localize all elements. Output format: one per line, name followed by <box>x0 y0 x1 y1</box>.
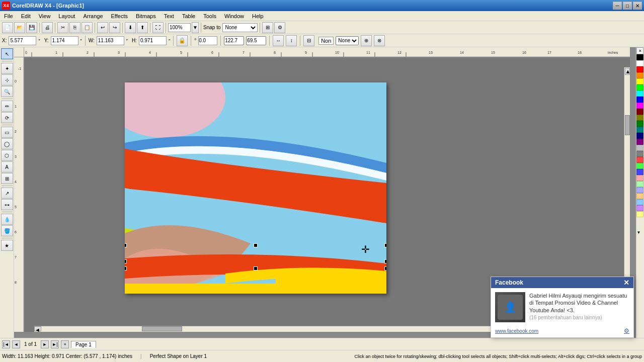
add-page-btn[interactable]: + <box>61 340 69 348</box>
h-input[interactable]: 0.971 <box>139 36 167 45</box>
color-maroon[interactable] <box>636 109 643 115</box>
color-white[interactable] <box>636 60 643 66</box>
zoom-tool[interactable]: 🔍 <box>1 86 13 97</box>
flip-h-btn[interactable]: ↔ <box>273 35 284 46</box>
color-light-blue[interactable] <box>636 169 643 175</box>
zoom-input[interactable]: 100% <box>168 23 191 32</box>
menu-view[interactable]: View <box>35 12 55 20</box>
close-button[interactable]: ✕ <box>633 2 642 10</box>
fb-settings-icon[interactable]: ⚙ <box>624 327 629 334</box>
tb2-btn2[interactable]: ⊗ <box>374 35 385 46</box>
copy-button[interactable]: ⎘ <box>69 22 80 33</box>
x-input[interactable]: 5.577 <box>9 36 36 45</box>
select-tool[interactable]: ↖ <box>1 48 13 59</box>
text-tool[interactable]: A <box>1 161 13 172</box>
new-button[interactable]: 📄 <box>2 22 13 33</box>
w2-input[interactable]: 122.7 <box>224 36 244 45</box>
fb-link[interactable]: www.facebook.com ⚙ <box>491 326 633 337</box>
first-page-btn[interactable]: |◄ <box>2 340 10 348</box>
export-button[interactable]: ⬆ <box>137 22 148 33</box>
import-button[interactable]: ⬇ <box>125 22 136 33</box>
measure-tool[interactable]: ⊶ <box>1 199 13 210</box>
none-select[interactable]: None <box>336 36 359 45</box>
color-blue[interactable] <box>636 97 643 103</box>
undo-button[interactable]: ↩ <box>97 22 108 33</box>
table-tool[interactable]: ⊞ <box>1 173 13 184</box>
smart-draw-tool[interactable]: ⟳ <box>1 112 13 123</box>
paste-button[interactable]: 📋 <box>82 22 93 33</box>
color-peach[interactable] <box>636 193 643 199</box>
connector-tool[interactable]: ↗ <box>1 188 13 199</box>
y-input[interactable]: 1.174 <box>51 36 78 45</box>
hscroll-left[interactable]: ◄ <box>34 326 41 331</box>
menu-bitmaps[interactable]: Bitmaps <box>132 12 160 20</box>
color-black[interactable] <box>636 54 643 60</box>
menu-help[interactable]: Help <box>248 12 268 20</box>
menu-file[interactable]: File <box>0 12 17 20</box>
view-options-btn[interactable]: ⊞ <box>262 22 273 33</box>
color-purple[interactable] <box>636 139 643 145</box>
palette-more[interactable]: ▼ <box>636 217 644 247</box>
color-yellow[interactable] <box>636 78 643 84</box>
color-cyan[interactable] <box>636 90 643 97</box>
open-button[interactable]: 📂 <box>14 22 25 33</box>
color-red[interactable] <box>636 66 643 72</box>
print-button[interactable]: 🖨 <box>42 22 53 33</box>
rectangle-tool[interactable]: ▭ <box>1 127 13 138</box>
shape-tool[interactable]: ✦ <box>1 63 13 74</box>
color-mint[interactable] <box>636 181 643 187</box>
color-light-green[interactable] <box>636 163 643 169</box>
fill-tool[interactable]: 🪣 <box>1 225 13 236</box>
color-light-yellow[interactable] <box>636 211 643 217</box>
ellipse-tool[interactable]: ◯ <box>1 138 13 149</box>
snap-select[interactable]: None Grid Guidelines Objects <box>222 23 258 32</box>
save-button[interactable]: 💾 <box>26 22 37 33</box>
color-light-red[interactable] <box>636 157 643 163</box>
polygon-tool[interactable]: ⬡ <box>1 150 13 161</box>
color-teal[interactable] <box>636 127 643 133</box>
crop-tool[interactable]: ⊹ <box>1 74 13 85</box>
menu-arrange[interactable]: Arrange <box>79 12 107 20</box>
no-color-swatch[interactable]: ✕ <box>636 47 643 54</box>
page-tab[interactable]: Page 1 <box>71 341 96 348</box>
color-orange[interactable] <box>636 72 643 78</box>
interactive-tool[interactable]: ★ <box>1 240 13 251</box>
prev-page-btn[interactable]: ◄ <box>12 340 20 348</box>
menu-table[interactable]: Table <box>178 12 199 20</box>
angle-input[interactable]: 0.0 <box>198 36 217 45</box>
vscroll-up[interactable]: ▲ <box>625 68 630 75</box>
tb2-btn1[interactable]: ⊕ <box>361 35 372 46</box>
menu-layout[interactable]: Layout <box>54 12 79 20</box>
eyedropper-tool[interactable]: 💧 <box>1 214 13 225</box>
title-bar-controls[interactable]: ─ □ ✕ <box>613 2 642 10</box>
color-silver[interactable] <box>636 145 643 151</box>
color-gray[interactable] <box>636 151 643 157</box>
menu-tools[interactable]: Tools <box>199 12 220 20</box>
color-violet[interactable] <box>636 205 643 211</box>
menu-text[interactable]: Text <box>160 12 178 20</box>
color-olive[interactable] <box>636 115 643 121</box>
vscroll-thumb[interactable] <box>625 115 630 135</box>
color-dark-green[interactable] <box>636 121 643 127</box>
color-navy[interactable] <box>636 133 643 139</box>
cut-button[interactable]: ✂ <box>57 22 68 33</box>
next-page-btn[interactable]: ► <box>41 340 49 348</box>
freehand-tool[interactable]: ✏ <box>1 101 13 112</box>
last-page-btn[interactable]: ►| <box>51 340 59 348</box>
color-magenta[interactable] <box>636 103 643 109</box>
full-screen-btn[interactable]: ⛶ <box>152 22 164 33</box>
h2-input[interactable]: 69.5 <box>246 36 266 45</box>
lock-ratio-btn[interactable]: 🔒 <box>177 35 188 46</box>
menu-window[interactable]: Window <box>220 12 248 20</box>
options-btn[interactable]: ⚙ <box>274 22 285 33</box>
mirror-btn[interactable]: ⊟ <box>303 35 314 46</box>
redo-button[interactable]: ↪ <box>109 22 120 33</box>
menu-effects[interactable]: Effects <box>107 12 132 20</box>
maximize-button[interactable]: □ <box>623 2 632 10</box>
color-pink[interactable] <box>636 175 643 181</box>
fb-close-button[interactable]: ✕ <box>623 279 629 286</box>
color-green[interactable] <box>636 84 643 90</box>
flip-v-btn[interactable]: ↕ <box>286 35 297 46</box>
menu-edit[interactable]: Edit <box>17 12 35 20</box>
w-input[interactable]: 11.163 <box>97 36 124 45</box>
